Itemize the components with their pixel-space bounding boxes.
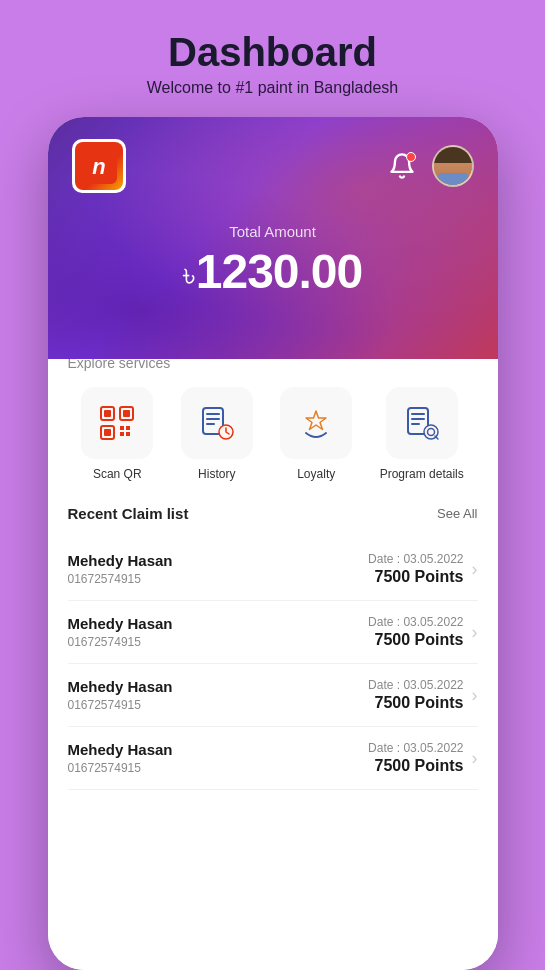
svg-rect-8 xyxy=(120,426,124,430)
claim-points: 7500 Points xyxy=(368,757,463,775)
amount-section: Total Amount ৳1230.00 xyxy=(72,223,474,299)
claim-info: Date : 03.05.2022 7500 Points xyxy=(368,552,463,586)
claim-date: Date : 03.05.2022 xyxy=(368,615,463,629)
nippon-paint-logo: n xyxy=(75,142,123,190)
avatar[interactable] xyxy=(432,145,474,187)
claim-item[interactable]: Mehedy Hasan 01672574915 Date : 03.05.20… xyxy=(68,601,478,664)
page-header: Dashboard Welcome to #1 paint in Banglad… xyxy=(147,0,398,117)
notification-dot xyxy=(406,152,416,162)
claim-left: Mehedy Hasan 01672574915 xyxy=(68,741,173,775)
svg-rect-3 xyxy=(104,410,111,417)
top-right-icons xyxy=(384,145,474,187)
claim-date: Date : 03.05.2022 xyxy=(368,741,463,755)
program-details-label: Program details xyxy=(380,467,464,481)
claim-info: Date : 03.05.2022 7500 Points xyxy=(368,615,463,649)
phone-bottom-section: Explore services xyxy=(48,331,498,970)
svg-rect-7 xyxy=(104,429,111,436)
claim-points: 7500 Points xyxy=(368,631,463,649)
claim-phone: 01672574915 xyxy=(68,761,173,775)
claim-left: Mehedy Hasan 01672574915 xyxy=(68,552,173,586)
chevron-right-icon: › xyxy=(472,748,478,769)
scan-qr-label: Scan QR xyxy=(93,467,142,481)
claim-name: Mehedy Hasan xyxy=(68,552,173,569)
claim-name: Mehedy Hasan xyxy=(68,741,173,758)
claim-item[interactable]: Mehedy Hasan 01672574915 Date : 03.05.20… xyxy=(68,538,478,601)
chevron-right-icon: › xyxy=(472,622,478,643)
total-amount-label: Total Amount xyxy=(72,223,474,240)
svg-rect-10 xyxy=(120,432,124,436)
claim-left: Mehedy Hasan 01672574915 xyxy=(68,678,173,712)
recent-claims-title: Recent Claim list xyxy=(68,505,189,522)
services-grid: Scan QR History xyxy=(68,387,478,481)
claim-date: Date : 03.05.2022 xyxy=(368,678,463,692)
claim-item[interactable]: Mehedy Hasan 01672574915 Date : 03.05.20… xyxy=(68,664,478,727)
svg-rect-9 xyxy=(126,426,130,430)
phone-frame: n xyxy=(48,117,498,970)
history-label: History xyxy=(198,467,235,481)
svg-rect-5 xyxy=(123,410,130,417)
svg-text:n: n xyxy=(92,154,105,179)
notification-bell[interactable] xyxy=(384,148,420,184)
claim-phone: 01672574915 xyxy=(68,572,173,586)
claim-right: Date : 03.05.2022 7500 Points › xyxy=(368,741,477,775)
claim-info: Date : 03.05.2022 7500 Points xyxy=(368,741,463,775)
recent-claims-header: Recent Claim list See All xyxy=(68,505,478,522)
top-bar: n xyxy=(72,139,474,193)
claim-phone: 01672574915 xyxy=(68,698,173,712)
claim-date: Date : 03.05.2022 xyxy=(368,552,463,566)
svg-line-23 xyxy=(435,436,438,439)
svg-rect-11 xyxy=(126,432,130,436)
see-all-button[interactable]: See All xyxy=(437,506,477,521)
claim-right: Date : 03.05.2022 7500 Points › xyxy=(368,552,477,586)
claim-right: Date : 03.05.2022 7500 Points › xyxy=(368,615,477,649)
chevron-right-icon: › xyxy=(472,685,478,706)
service-history[interactable]: History xyxy=(181,387,253,481)
claim-left: Mehedy Hasan 01672574915 xyxy=(68,615,173,649)
logo-box: n xyxy=(72,139,126,193)
claim-info: Date : 03.05.2022 7500 Points xyxy=(368,678,463,712)
claim-right: Date : 03.05.2022 7500 Points › xyxy=(368,678,477,712)
page-title: Dashboard xyxy=(147,30,398,75)
claim-item[interactable]: Mehedy Hasan 01672574915 Date : 03.05.20… xyxy=(68,727,478,790)
service-scan-qr[interactable]: Scan QR xyxy=(81,387,153,481)
claim-name: Mehedy Hasan xyxy=(68,678,173,695)
chevron-right-icon: › xyxy=(472,559,478,580)
phone-top-section: n xyxy=(48,117,498,359)
currency-symbol: ৳ xyxy=(183,257,194,293)
claim-name: Mehedy Hasan xyxy=(68,615,173,632)
claim-phone: 01672574915 xyxy=(68,635,173,649)
service-loyalty[interactable]: Loyalty xyxy=(280,387,352,481)
page-subtitle: Welcome to #1 paint in Bangladesh xyxy=(147,79,398,97)
loyalty-label: Loyalty xyxy=(297,467,335,481)
claims-list: Mehedy Hasan 01672574915 Date : 03.05.20… xyxy=(68,538,478,790)
claim-points: 7500 Points xyxy=(368,694,463,712)
total-amount-value: ৳1230.00 xyxy=(72,244,474,299)
service-program-details[interactable]: Program details xyxy=(380,387,464,481)
claim-points: 7500 Points xyxy=(368,568,463,586)
